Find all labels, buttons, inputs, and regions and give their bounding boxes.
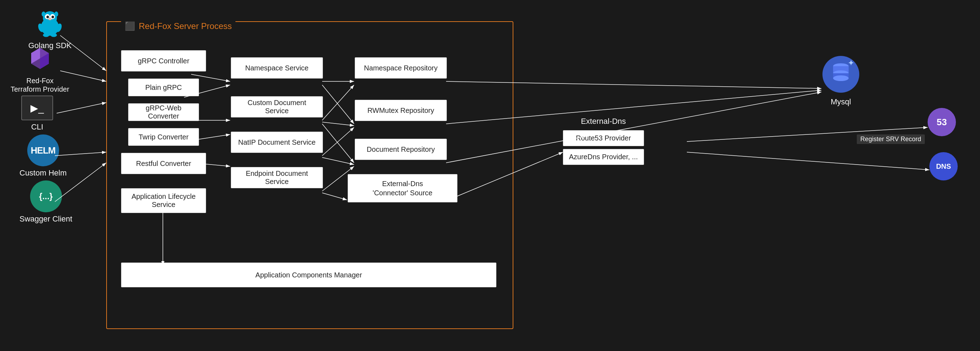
helm-icon-item: HELM Custom Helm [19,135,67,178]
natip-document-label: NatIP Document Service [238,138,316,146]
grpc-controller-label: gRPC Controller [138,57,189,65]
external-dns-section: External-Dns Route53 Provider AzureDns P… [563,117,644,165]
azuredns-provider-box: AzureDns Provider, ... [563,149,644,165]
twirp-box: Twrip Converter [128,128,199,146]
namespace-repo-box: Namespace Repository [355,57,447,79]
rwmutex-repo-label: RWMutex Repository [368,106,434,114]
document-repo-label: Document Repository [367,145,435,154]
terraform-icon-item: Red-FoxTerraform Provider [11,46,69,94]
grpc-web-label: gRPC-Web Converter [133,104,194,120]
svg-text:✦: ✦ [848,59,854,67]
rwmutex-repo-box: RWMutex Repository [355,100,447,121]
terraform-logo-icon [28,46,52,74]
swagger-logo-icon: {...} [30,181,62,212]
terraform-label: Red-FoxTerraform Provider [11,76,69,94]
external-dns-connector-label: External-Dns'Connector' Source [373,179,433,197]
app-components-box: Application Components Manager [121,262,496,287]
svg-point-7 [42,12,46,17]
mysql-label: Mysql [830,97,851,106]
svg-point-12 [51,33,57,37]
natip-document-box: NatIP Document Service [231,132,323,153]
server-process-label: ⬛ Red-Fox Server Process [121,21,235,31]
route53-provider-box: Route53 Provider [563,130,644,146]
register-srv-label: Register SRV Record [857,135,925,144]
plain-grpc-box: Plain gRPC [128,79,199,96]
helm-logo-icon: HELM [27,135,59,166]
mysql-icon-item: ✦ Mysql [821,55,860,106]
helm-label: Custom Helm [19,168,67,178]
svg-point-4 [46,16,49,18]
chip-icon: ⬛ [125,21,135,31]
cli-icon-item: ▶_ CLI [21,95,53,132]
custom-document-box: Custom Document Service [231,96,323,118]
app-lifecycle-box: Application Lifecycle Service [121,188,206,213]
server-process-title: Red-Fox Server Process [139,21,232,31]
restful-label: Restful Converter [136,160,191,168]
grpc-controller-box: gRPC Controller [121,50,206,71]
namespace-service-label: Namespace Service [245,64,309,72]
twirp-label: Twrip Converter [138,133,188,141]
cli-label: CLI [31,122,43,132]
diagram-container: Golang SDK Red-FoxTerraform Provider ▶_ … [0,0,980,351]
namespace-repo-label: Namespace Repository [364,64,438,72]
dns-icon-item: DNS [929,152,958,181]
svg-point-8 [54,12,59,17]
route53-provider-label: Route53 Provider [576,134,631,142]
svg-line-51 [687,152,929,170]
external-dns-section-label: External-Dns [563,117,644,126]
golang-gopher-icon [34,7,66,39]
golang-sdk-icon-item: Golang SDK [28,7,72,50]
svg-point-22 [833,75,849,81]
svg-point-11 [43,33,49,37]
restful-box: Restful Converter [121,153,206,174]
route53-circle-icon: 53 [928,108,956,136]
namespace-service-box: Namespace Service [231,57,323,79]
svg-point-6 [48,18,52,20]
left-icons-section: Golang SDK Red-FoxTerraform Provider ▶_ … [0,0,99,351]
dns-circle-icon: DNS [929,152,958,181]
swagger-icon-item: {...} Swagger Client [19,181,72,224]
app-lifecycle-label: Application Lifecycle Service [126,192,202,209]
cli-terminal-icon: ▶_ [21,95,53,120]
route53-number: 53 [937,117,947,128]
route53-icon-item: 53 [928,108,956,136]
custom-document-label: Custom Document Service [235,99,318,115]
mysql-logo-icon: ✦ [821,55,860,94]
swagger-label: Swagger Client [19,214,72,224]
endpoint-document-box: Endpoint Document Service [231,167,323,188]
app-components-label: Application Components Manager [255,271,362,279]
server-process-container: ⬛ Red-Fox Server Process gRPC Controller… [106,21,513,329]
dns-label: DNS [936,162,951,170]
endpoint-document-label: Endpoint Document Service [235,170,318,186]
azuredns-provider-label: AzureDns Provider, ... [569,153,638,160]
grpc-web-box: gRPC-Web Converter [128,103,199,121]
document-repo-box: Document Repository [355,139,447,160]
external-dns-connector-box: External-Dns'Connector' Source [348,174,457,202]
svg-point-5 [52,16,54,18]
plain-grpc-label: Plain gRPC [145,84,181,92]
